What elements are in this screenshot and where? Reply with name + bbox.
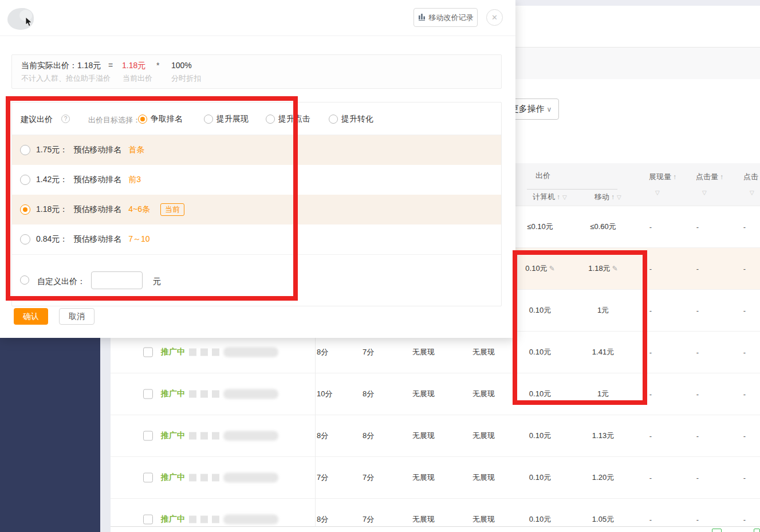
ctr-value: - — [734, 474, 755, 482]
col-ctr[interactable]: 点击↑ — [743, 172, 760, 182]
pc-impression-status: 无展现 — [412, 514, 447, 525]
mobile-quality-score: 8分 — [363, 389, 389, 399]
dialog-header-divider — [0, 36, 515, 36]
option-rank: 7～10 — [128, 234, 149, 245]
custom-bid-row[interactable]: 自定义出价： 元 — [12, 254, 501, 305]
option-desc: 预估移动排名 — [73, 234, 121, 245]
radio-icon[interactable] — [20, 275, 29, 285]
ctr-value: - — [734, 223, 755, 231]
clicks-value: - — [687, 306, 708, 315]
table-bottom-border — [111, 526, 760, 527]
bid-option[interactable]: 1.42元： 预估移动排名 前3 — [12, 165, 501, 195]
bid-target-option[interactable]: 提升展现 — [204, 114, 249, 124]
option-rank: 首条 — [128, 145, 144, 155]
filter-icon[interactable]: ▽ — [750, 190, 754, 196]
target-select-label: 出价目标选择： — [88, 115, 140, 125]
bid-option[interactable]: 1.75元： 预估移动排名 首条 — [12, 135, 501, 165]
pc-bid-value: 0.10元✎ — [518, 263, 562, 274]
option-rank: 4~6条 — [128, 204, 150, 215]
table-row: 推广中 7分 7分 无展现 无展现 0.10元 1.20元 - - - — [111, 457, 760, 499]
mobile-bid-value: 1.13元 — [581, 431, 625, 441]
filter-icon[interactable]: ▽ — [702, 190, 707, 196]
pc-bid-value: 0.10元 — [518, 347, 562, 357]
impressions-value: - — [640, 390, 661, 399]
help-icon[interactable]: ? — [61, 115, 70, 123]
row-checkbox[interactable] — [143, 473, 153, 483]
bid-target-option[interactable]: 提升点击 — [266, 114, 310, 124]
mobile-impression-status: 无展现 — [472, 431, 507, 441]
filter-icon[interactable]: ▽ — [655, 190, 660, 196]
radio-icon[interactable] — [204, 115, 213, 124]
radio-icon[interactable] — [329, 115, 338, 124]
clicks-value: - — [687, 265, 708, 273]
product-thumbnails — [189, 431, 278, 441]
radio-icon[interactable] — [20, 234, 30, 245]
radio-icon[interactable] — [266, 115, 275, 124]
bid-option[interactable]: 1.18元： 预估移动排名 4~6条 当前 — [12, 195, 501, 224]
col-impressions[interactable]: 展现量↑ — [649, 172, 676, 182]
table-row: 推广中 8分 8分 无展现 无展现 0.10元 1.13元 - - - — [111, 415, 760, 457]
pc-quality-score: 8分 — [317, 347, 343, 357]
pc-bid-value: 0.10元 — [518, 305, 562, 316]
clicks-value: - — [687, 390, 708, 399]
sort-up-icon[interactable]: ↑ — [611, 193, 615, 201]
col-clicks[interactable]: 点击量↑ — [696, 172, 723, 182]
bid-target-option[interactable]: 提升转化 — [329, 114, 373, 124]
bid-edit-dialog: 移动改价记录 ✕ 当前实际出价：1.18元 = 1.18元 * 100% 不计入… — [0, 0, 515, 338]
filter-icon[interactable]: ▽ — [617, 194, 621, 200]
sort-up-icon[interactable]: ↑ — [720, 173, 723, 181]
mouse-cursor-icon — [25, 17, 34, 30]
sort-up-icon[interactable]: ↑ — [673, 173, 676, 181]
mobile-price-history-button[interactable]: 移动改价记录 — [414, 8, 478, 27]
ctr-value: - — [734, 306, 755, 315]
edit-pencil-icon[interactable]: ✎ — [612, 265, 618, 273]
suggest-title: 建议出价 — [21, 115, 53, 125]
status-badge: 推广中 — [161, 389, 185, 399]
impressions-value: - — [640, 306, 661, 315]
suggested-bid-panel: 建议出价 ? 出价目标选择： 争取排名 提升展现 提升点击 提升转化 1.75元… — [11, 102, 502, 306]
bar-chart-icon — [418, 13, 426, 22]
current-bid-summary: 当前实际出价：1.18元 = 1.18元 * 100% 不计入人群、抢位助手溢价… — [11, 54, 502, 89]
current-tag: 当前 — [160, 203, 184, 216]
radio-icon[interactable] — [138, 115, 147, 124]
clicks-value: - — [687, 223, 708, 231]
row-checkbox[interactable] — [143, 389, 153, 399]
time-discount-value: 100% — [171, 61, 192, 70]
mobile-bid-value: ≤0.60元 — [581, 222, 625, 232]
bid-target-option[interactable]: 争取排名 — [138, 114, 183, 124]
sort-up-icon[interactable]: ↑ — [557, 193, 560, 201]
row-checkbox[interactable] — [143, 348, 153, 357]
note-current-bid: 当前出价 — [123, 73, 152, 84]
pc-bid-value: ≤0.10元 — [518, 222, 562, 232]
bid-option[interactable]: 0.84元： 预估移动排名 7～10 — [12, 224, 501, 254]
product-thumbnails — [189, 473, 278, 483]
pc-quality-score: 7分 — [317, 472, 343, 483]
custom-bid-input[interactable] — [91, 271, 143, 289]
target-label: 提升展现 — [216, 114, 249, 124]
confirm-button[interactable]: 确认 — [14, 308, 48, 325]
cancel-button[interactable]: 取消 — [59, 308, 94, 325]
edit-pencil-icon[interactable]: ✎ — [549, 265, 555, 273]
status-badge: 推广中 — [161, 431, 185, 441]
clicks-value: - — [687, 348, 708, 357]
col-bid-mobile[interactable]: 移动↑▽ — [594, 192, 621, 202]
ctr-value: - — [734, 515, 755, 524]
option-price: 1.18元： — [36, 204, 68, 215]
radio-icon[interactable] — [20, 145, 30, 155]
row-checkbox[interactable] — [143, 431, 153, 441]
col-bid-pc[interactable]: 计算机↑▽ — [533, 192, 567, 202]
target-label: 提升转化 — [341, 114, 373, 124]
current-bid-value: 1.18元 — [122, 61, 145, 71]
close-icon[interactable]: ✕ — [486, 9, 503, 26]
pc-bid-value: 0.10元 — [518, 472, 562, 483]
impressions-value: - — [640, 223, 661, 231]
status-badge: 推广中 — [161, 514, 185, 525]
radio-icon[interactable] — [20, 175, 30, 185]
note-exclude: 不计入人群、抢位助手溢价 — [21, 73, 111, 84]
row-checkbox[interactable] — [143, 515, 153, 525]
mobile-bid-value: 1元 — [581, 389, 625, 399]
option-price: 1.42元： — [36, 175, 68, 185]
filter-icon[interactable]: ▽ — [562, 194, 567, 200]
impressions-value: - — [640, 348, 661, 357]
radio-icon[interactable] — [20, 204, 30, 215]
